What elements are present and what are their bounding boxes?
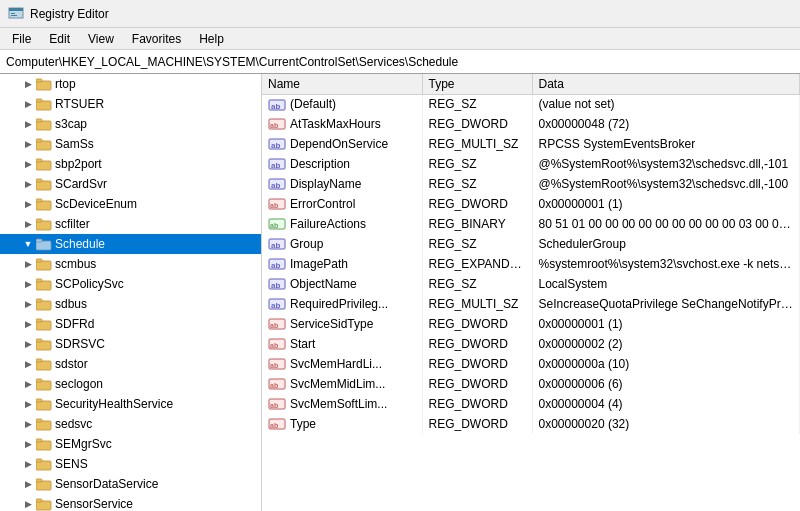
cell-name-5: ab ErrorControl [262, 194, 422, 214]
tree-arrow-SensorDataService[interactable]: ▶ [20, 476, 36, 492]
tree-item-SensorDataService[interactable]: ▶ SensorDataService [0, 474, 261, 494]
tree-arrow-sdbus[interactable]: ▶ [20, 296, 36, 312]
tree-arrow-sdstor[interactable]: ▶ [20, 356, 36, 372]
tree-item-rtop[interactable]: ▶ rtop [0, 74, 261, 94]
svg-rect-35 [36, 379, 42, 382]
tree-item-sbp2port[interactable]: ▶ sbp2port [0, 154, 261, 174]
tree-item-RTSUER[interactable]: ▶ RTSUER [0, 94, 261, 114]
table-row[interactable]: ab GroupREG_SZSchedulerGroup [262, 234, 800, 254]
tree-arrow-seclogon[interactable]: ▶ [20, 376, 36, 392]
tree-arrow-sedsvc[interactable]: ▶ [20, 416, 36, 432]
tree-item-scfilter[interactable]: ▶ scfilter [0, 214, 261, 234]
tree-arrow-ScDeviceEnum[interactable]: ▶ [20, 196, 36, 212]
tree-item-sdbus[interactable]: ▶ sdbus [0, 294, 261, 314]
tree-arrow-SCPolicySvc[interactable]: ▶ [20, 276, 36, 292]
tree-arrow-Schedule[interactable]: ▼ [20, 236, 36, 252]
table-header-row: Name Type Data [262, 74, 800, 94]
svg-rect-15 [36, 179, 42, 182]
tree-arrow-SecurityHealthService[interactable]: ▶ [20, 396, 36, 412]
tree-panel[interactable]: ▶ rtop▶ RTSUER▶ s3cap▶ SamSs▶ sbp2port▶ … [0, 74, 262, 511]
svg-rect-3 [11, 15, 17, 16]
tree-item-sdstor[interactable]: ▶ sdstor [0, 354, 261, 374]
svg-text:ab: ab [271, 181, 280, 190]
tree-item-sedsvc[interactable]: ▶ sedsvc [0, 414, 261, 434]
svg-rect-1 [9, 8, 23, 11]
tree-item-SENS[interactable]: ▶ SENS [0, 454, 261, 474]
tree-item-SecurityHealthService[interactable]: ▶ SecurityHealthService [0, 394, 261, 414]
table-row[interactable]: ab SvcMemSoftLim...REG_DWORD0x00000004 (… [262, 394, 800, 414]
cell-type-2: REG_MULTI_SZ [422, 134, 532, 154]
tree-arrow-rtop[interactable]: ▶ [20, 76, 36, 92]
menu-edit[interactable]: Edit [41, 30, 78, 48]
cell-data-3: @%SystemRoot%\system32\schedsvc.dll,-101 [532, 154, 800, 174]
tree-arrow-SCardSvr[interactable]: ▶ [20, 176, 36, 192]
table-row[interactable]: ab RequiredPrivileg...REG_MULTI_SZSeIncr… [262, 294, 800, 314]
tree-label-SCPolicySvc: SCPolicySvc [55, 277, 124, 291]
cell-data-15: 0x00000004 (4) [532, 394, 800, 414]
table-row[interactable]: ab SvcMemMidLim...REG_DWORD0x00000006 (6… [262, 374, 800, 394]
cell-data-11: 0x00000001 (1) [532, 314, 800, 334]
table-row[interactable]: ab DisplayNameREG_SZ@%SystemRoot%\system… [262, 174, 800, 194]
cell-type-0: REG_SZ [422, 94, 532, 114]
tree-label-SamSs: SamSs [55, 137, 94, 151]
tree-label-ScDeviceEnum: ScDeviceEnum [55, 197, 137, 211]
table-row[interactable]: ab FailureActionsREG_BINARY80 51 01 00 0… [262, 214, 800, 234]
table-row[interactable]: ab ObjectNameREG_SZLocalSystem [262, 274, 800, 294]
tree-item-s3cap[interactable]: ▶ s3cap [0, 114, 261, 134]
cell-data-14: 0x00000006 (6) [532, 374, 800, 394]
tree-label-SENS: SENS [55, 457, 88, 471]
tree-label-s3cap: s3cap [55, 117, 87, 131]
tree-arrow-sbp2port[interactable]: ▶ [20, 156, 36, 172]
tree-item-SEMgrSvc[interactable]: ▶ SEMgrSvc [0, 434, 261, 454]
menu-help[interactable]: Help [191, 30, 232, 48]
table-row[interactable]: ab StartREG_DWORD0x00000002 (2) [262, 334, 800, 354]
tree-item-SensorService[interactable]: ▶ SensorService [0, 494, 261, 511]
table-row[interactable]: ab TypeREG_DWORD0x00000020 (32) [262, 414, 800, 434]
table-row[interactable]: ab ErrorControlREG_DWORD0x00000001 (1) [262, 194, 800, 214]
title-bar: Registry Editor [0, 0, 800, 28]
table-row[interactable]: ab (Default)REG_SZ(value not set) [262, 94, 800, 114]
tree-item-SDRSVC[interactable]: ▶ SDRSVC [0, 334, 261, 354]
tree-arrow-SEMgrSvc[interactable]: ▶ [20, 436, 36, 452]
tree-arrow-SDFRd[interactable]: ▶ [20, 316, 36, 332]
tree-item-Schedule[interactable]: ▼ Schedule [0, 234, 261, 254]
table-row[interactable]: ab ImagePathREG_EXPAND_SZ%systemroot%\sy… [262, 254, 800, 274]
svg-rect-37 [36, 399, 42, 402]
folder-icon-scmbus [36, 256, 52, 272]
table-row[interactable]: ab AtTaskMaxHoursREG_DWORD0x00000048 (72… [262, 114, 800, 134]
svg-text:ab: ab [271, 261, 280, 270]
tree-label-sdbus: sdbus [55, 297, 87, 311]
menu-view[interactable]: View [80, 30, 122, 48]
svg-text:ab: ab [271, 141, 280, 150]
tree-item-SCardSvr[interactable]: ▶ SCardSvr [0, 174, 261, 194]
tree-arrow-scmbus[interactable]: ▶ [20, 256, 36, 272]
col-header-type[interactable]: Type [422, 74, 532, 94]
svg-rect-17 [36, 199, 42, 202]
menu-favorites[interactable]: Favorites [124, 30, 189, 48]
details-panel[interactable]: Name Type Data ab (Default)REG_SZ(value … [262, 74, 800, 511]
tree-item-SCPolicySvc[interactable]: ▶ SCPolicySvc [0, 274, 261, 294]
tree-arrow-scfilter[interactable]: ▶ [20, 216, 36, 232]
tree-item-scmbus[interactable]: ▶ scmbus [0, 254, 261, 274]
tree-item-SDFRd[interactable]: ▶ SDFRd [0, 314, 261, 334]
tree-arrow-RTSUER[interactable]: ▶ [20, 96, 36, 112]
table-row[interactable]: ab SvcMemHardLi...REG_DWORD0x0000000a (1… [262, 354, 800, 374]
tree-label-scmbus: scmbus [55, 257, 96, 271]
tree-resize-handle[interactable] [257, 74, 261, 511]
tree-item-SamSs[interactable]: ▶ SamSs [0, 134, 261, 154]
tree-arrow-s3cap[interactable]: ▶ [20, 116, 36, 132]
col-header-name[interactable]: Name [262, 74, 422, 94]
tree-item-seclogon[interactable]: ▶ seclogon [0, 374, 261, 394]
tree-arrow-SensorService[interactable]: ▶ [20, 496, 36, 511]
tree-item-ScDeviceEnum[interactable]: ▶ ScDeviceEnum [0, 194, 261, 214]
table-row[interactable]: ab ServiceSidTypeREG_DWORD0x00000001 (1) [262, 314, 800, 334]
table-row[interactable]: ab DescriptionREG_SZ@%SystemRoot%\system… [262, 154, 800, 174]
tree-arrow-SDRSVC[interactable]: ▶ [20, 336, 36, 352]
tree-arrow-SENS[interactable]: ▶ [20, 456, 36, 472]
menu-file[interactable]: File [4, 30, 39, 48]
svg-rect-5 [36, 79, 42, 82]
tree-arrow-SamSs[interactable]: ▶ [20, 136, 36, 152]
col-header-data[interactable]: Data [532, 74, 800, 94]
table-row[interactable]: ab DependOnServiceREG_MULTI_SZRPCSS Syst… [262, 134, 800, 154]
row-icon-15: ab [268, 397, 286, 411]
